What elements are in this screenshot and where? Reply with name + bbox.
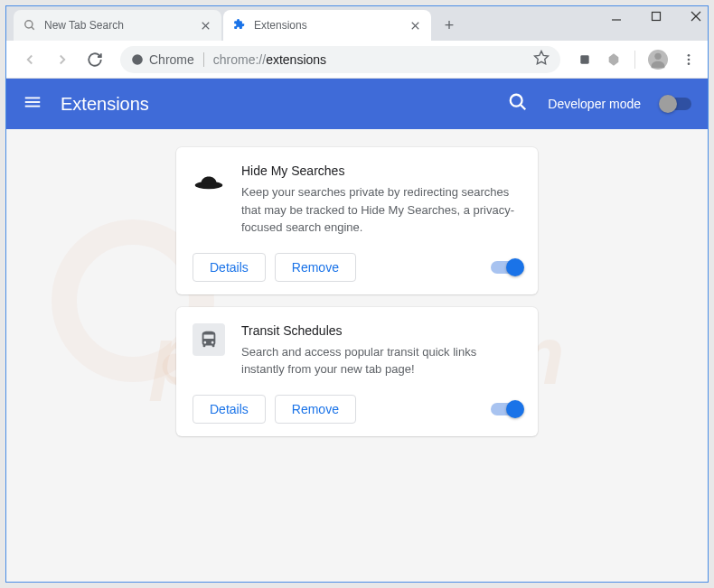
divider xyxy=(203,52,204,67)
close-tab-icon[interactable] xyxy=(198,18,212,33)
svg-point-4 xyxy=(25,21,33,28)
new-tab-button[interactable]: + xyxy=(437,13,462,38)
url-display: chrome://extensions xyxy=(213,52,326,67)
extension-card: Transit Schedules Search and access popu… xyxy=(176,307,538,436)
site-info-chip[interactable]: Chrome xyxy=(131,52,194,67)
details-button[interactable]: Details xyxy=(193,253,266,282)
back-button[interactable] xyxy=(17,47,42,72)
extension-footer: Details Remove xyxy=(193,395,521,424)
extension-description: Keep your searches private by redirectin… xyxy=(241,183,521,237)
extension-description: Search and access popular transit quick … xyxy=(241,343,521,378)
address-bar: Chrome chrome://extensions xyxy=(6,41,708,79)
tab-title: Extensions xyxy=(254,19,408,32)
extension-info: Transit Schedules Search and access popu… xyxy=(241,323,521,378)
site-label: Chrome xyxy=(149,52,194,67)
extension-card: Hide My Searches Keep your searches priv… xyxy=(176,147,538,294)
toggle-knob xyxy=(506,400,524,418)
svg-rect-19 xyxy=(25,106,41,107)
page-title: Extensions xyxy=(61,94,508,115)
close-tab-icon[interactable] xyxy=(408,18,422,33)
toolbar-separator xyxy=(634,51,635,69)
reload-button[interactable] xyxy=(82,47,108,72)
menu-dots-icon[interactable] xyxy=(681,51,697,68)
extension-header: Hide My Searches Keep your searches priv… xyxy=(193,163,521,237)
remove-button[interactable]: Remove xyxy=(275,253,356,282)
maximize-button[interactable] xyxy=(649,9,663,23)
svg-point-15 xyxy=(688,58,691,61)
hat-icon xyxy=(193,163,225,196)
svg-line-5 xyxy=(32,27,34,30)
details-button[interactable]: Details xyxy=(193,395,266,424)
svg-line-21 xyxy=(521,105,526,110)
close-window-button[interactable] xyxy=(689,9,703,23)
extension-enable-toggle[interactable] xyxy=(491,403,521,415)
tab-title: New Tab Search xyxy=(44,19,198,32)
minimize-button[interactable] xyxy=(609,9,624,23)
developer-mode-toggle[interactable] xyxy=(661,98,691,110)
svg-point-13 xyxy=(654,52,661,59)
svg-rect-12 xyxy=(580,55,588,63)
extension-enable-toggle[interactable] xyxy=(491,261,521,274)
bus-icon xyxy=(193,323,225,356)
extension-favicon xyxy=(232,18,247,33)
toolbar-icons xyxy=(573,50,697,70)
browser-tab[interactable]: New Tab Search xyxy=(14,10,221,41)
extension-footer: Details Remove xyxy=(193,253,521,282)
extension-info: Hide My Searches Keep your searches priv… xyxy=(241,163,521,237)
tab-bar: New Tab Search Extensions + xyxy=(6,6,708,41)
browser-tab-active[interactable]: Extensions xyxy=(223,10,431,41)
extension-name: Hide My Searches xyxy=(241,163,521,178)
profile-avatar[interactable] xyxy=(648,50,668,70)
svg-point-10 xyxy=(132,54,143,65)
extension-header: Transit Schedules Search and access popu… xyxy=(193,323,521,378)
extension-name: Transit Schedules xyxy=(241,323,521,338)
chrome-icon xyxy=(131,53,144,66)
toggle-knob xyxy=(659,95,677,113)
svg-rect-17 xyxy=(25,98,41,99)
app-bar-actions: Developer mode xyxy=(508,92,691,116)
hamburger-menu-icon[interactable] xyxy=(23,92,42,116)
toggle-knob xyxy=(506,258,524,276)
window-controls xyxy=(609,9,703,23)
extension-icon[interactable] xyxy=(577,51,593,68)
svg-rect-18 xyxy=(25,101,41,103)
remove-button[interactable]: Remove xyxy=(275,395,356,424)
search-favicon xyxy=(23,18,37,33)
search-icon[interactable] xyxy=(508,92,528,116)
extensions-content: pcrisk.com Hide My Searches Keep your se… xyxy=(6,129,708,582)
svg-marker-11 xyxy=(535,51,549,63)
svg-rect-1 xyxy=(653,13,661,21)
bookmark-star-icon[interactable] xyxy=(533,50,550,70)
developer-mode-label: Developer mode xyxy=(548,97,641,111)
browser-window: New Tab Search Extensions + xyxy=(5,5,709,583)
forward-button[interactable] xyxy=(50,47,75,72)
svg-point-20 xyxy=(511,95,522,107)
svg-point-16 xyxy=(688,62,691,65)
extensions-app-bar: Extensions Developer mode xyxy=(6,79,708,129)
svg-point-14 xyxy=(688,54,691,57)
omnibox[interactable]: Chrome chrome://extensions xyxy=(120,46,560,73)
extension-icon-2[interactable] xyxy=(606,51,622,68)
